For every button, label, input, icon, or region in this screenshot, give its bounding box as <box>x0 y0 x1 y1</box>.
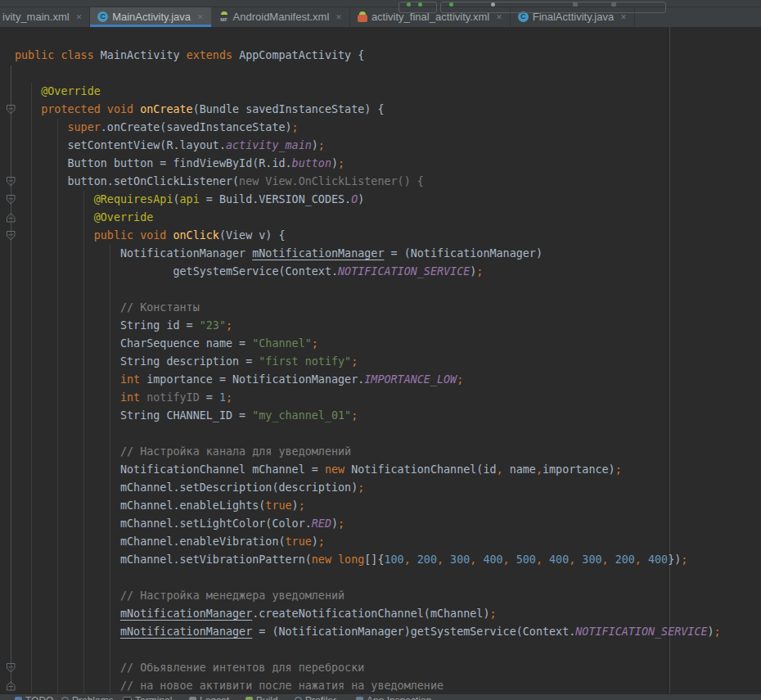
fold-line <box>11 65 11 690</box>
code-line: // на новое активити после нажатия на ув… <box>15 677 721 695</box>
close-icon[interactable]: ✕ <box>76 13 83 21</box>
code-line: // Настройка менеджера уведомлений <box>15 587 721 605</box>
code-line: String description = "first notify"; <box>15 353 721 371</box>
tool-window-label: TODO <box>25 696 53 700</box>
run-icon[interactable] <box>449 2 453 7</box>
code-area[interactable]: public class MainActivity extends AppCom… <box>15 47 721 695</box>
close-icon[interactable]: ✕ <box>620 13 627 21</box>
top-toolbar-strip <box>0 0 761 7</box>
bottom-tool-window-bar: TODOProblemsTerminalLogcatBuildProfilerA… <box>0 693 761 700</box>
tool-window-label: Terminal <box>135 696 172 700</box>
terminal-icon <box>123 697 132 700</box>
code-line <box>15 425 721 443</box>
tool-window-button-problems[interactable]: Problems <box>61 696 114 700</box>
profiler-icon <box>295 697 302 700</box>
tab-mainactivity-java[interactable]: CMainActivity.java✕ <box>90 7 211 27</box>
code-line: mNotificationManager = (NotificationMana… <box>15 623 721 641</box>
code-line <box>15 65 721 83</box>
close-icon[interactable]: ✕ <box>197 13 204 21</box>
code-line: String CHANNEL_ID = "my_channel_01"; <box>15 407 721 425</box>
tool-window-button-terminal[interactable]: Terminal <box>123 696 172 700</box>
code-editor[interactable]: public class MainActivity extends AppCom… <box>0 27 761 693</box>
code-line: CharSequence name = "Channel"; <box>15 335 721 353</box>
tool-window-label: Profiler <box>305 696 336 700</box>
tool-window-button-build[interactable]: Build <box>245 696 278 700</box>
logcat-icon <box>189 697 196 700</box>
code-line: setContentView(R.layout.activity_main); <box>15 137 721 155</box>
tool-window-label: Build <box>256 696 278 700</box>
code-line: button.setOnClickListener(new View.OnCli… <box>15 173 721 191</box>
code-line: mChannel.enableLights(true); <box>15 497 721 515</box>
editor-gutter <box>0 27 15 693</box>
code-line: // Настройка канала для уведомлений <box>15 443 721 461</box>
code-line: int notifyID = 1; <box>15 389 721 407</box>
close-icon[interactable]: ✕ <box>335 13 342 21</box>
code-line: Button button = findViewById(R.id.button… <box>15 155 721 173</box>
code-line: public void onClick(View v) { <box>15 227 721 245</box>
tool-window-label: App Inspection <box>367 696 431 700</box>
toolbar-button-icon[interactable] <box>573 2 578 7</box>
manifest-file-icon: MF <box>219 11 229 23</box>
code-line: NotificationChannel mChannel = new Notif… <box>15 461 721 479</box>
run-icon[interactable] <box>418 2 422 7</box>
code-line: @Override <box>15 209 721 227</box>
layout-file-icon <box>358 11 367 23</box>
code-line <box>15 641 721 659</box>
tab-label: MainActivity.java <box>112 11 191 23</box>
tool-window-button-profiler[interactable]: Profiler <box>295 696 336 700</box>
code-line: @RequiresApi(api = Build.VERSION_CODES.O… <box>15 191 721 209</box>
code-line: protected void onCreate(Bundle savedInst… <box>15 101 721 119</box>
code-line: NotificationManager mNotificationManager… <box>15 245 721 263</box>
tool-window-button-app-inspection[interactable]: App Inspection <box>356 696 431 700</box>
code-line: mNotificationManager.createNotificationC… <box>15 605 721 623</box>
code-line: mChannel.setDescription(description); <box>15 479 721 497</box>
tab-androidmanifest-xml[interactable]: MFAndroidManifest.xml✕ <box>212 7 350 27</box>
code-line: mChannel.setVibrationPattern(new long[]{… <box>15 551 721 569</box>
build-icon <box>245 697 253 700</box>
toolbar-dot-icon[interactable] <box>491 2 495 7</box>
tool-window-label: Problems <box>72 696 114 700</box>
code-line: String id = "23"; <box>15 317 721 335</box>
tab-ivity-main-xml[interactable]: ivity_main.xml✕ <box>0 7 90 27</box>
run-icon[interactable] <box>407 2 411 7</box>
code-line: public class MainActivity extends AppCom… <box>15 47 721 65</box>
code-line: @Override <box>15 83 721 101</box>
code-line: mChannel.setLightColor(Color.RED); <box>15 515 721 533</box>
code-line <box>15 281 721 299</box>
code-line <box>15 569 721 587</box>
toolbar-group-box[interactable] <box>440 2 666 13</box>
code-line: // Константы <box>15 299 721 317</box>
tool-window-button-todo[interactable]: TODO <box>15 696 53 700</box>
tab-label: ivity_main.xml <box>2 11 70 23</box>
code-line: // Обьявление интентов для переброски <box>15 659 721 677</box>
app-inspection-icon <box>356 697 363 700</box>
problems-icon <box>61 697 69 700</box>
tool-window-button-logcat[interactable]: Logcat <box>189 696 229 700</box>
tab-label: AndroidManifest.xml <box>233 11 330 23</box>
toolbar-button-icon[interactable] <box>611 2 616 7</box>
code-line: getSystemService(Context.NOTIFICATION_SE… <box>15 263 721 281</box>
code-line: mChannel.enableVibration(true); <box>15 533 721 551</box>
class-file-icon: C <box>97 11 108 22</box>
code-line: super.onCreate(savedInstanceState); <box>15 119 721 137</box>
close-icon[interactable]: ✕ <box>496 13 502 21</box>
code-line: int importance = NotificationManager.IMP… <box>15 371 721 389</box>
tool-window-label: Logcat <box>200 696 229 700</box>
todo-icon <box>15 697 22 700</box>
